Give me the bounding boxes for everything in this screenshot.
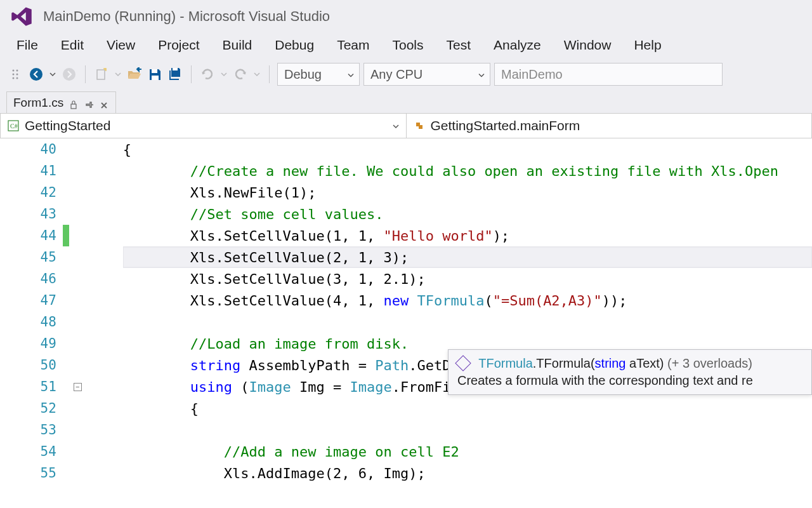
lock-icon: [70, 98, 79, 107]
svg-text:C#: C#: [10, 123, 18, 130]
scope-dropdown[interactable]: C# GettingStarted: [0, 114, 407, 138]
pin-icon[interactable]: [85, 98, 94, 107]
menu-edit[interactable]: Edit: [49, 34, 95, 57]
svg-point-1: [16, 70, 18, 72]
document-tab[interactable]: Form1.cs: [6, 91, 116, 113]
menu-file[interactable]: File: [5, 34, 49, 57]
toolbar-separator: [269, 65, 270, 83]
intellisense-tooltip: TFormula.TFormula(string aText) (+ 3 ove…: [448, 349, 812, 395]
line-number: 54: [41, 444, 56, 459]
menu-project[interactable]: Project: [147, 34, 211, 57]
tooltip-description: Creates a formula with the corresponding…: [457, 373, 802, 388]
chevron-down-icon[interactable]: [252, 66, 261, 83]
platform-dropdown[interactable]: Any CPU: [363, 63, 490, 86]
startup-project-dropdown[interactable]: MainDemo: [494, 63, 723, 86]
line-number: 42: [41, 185, 56, 200]
method-icon: [455, 355, 471, 371]
svg-point-4: [13, 77, 15, 79]
open-file-button[interactable]: [126, 66, 143, 83]
menu-window[interactable]: Window: [553, 34, 623, 57]
line-number: 41: [41, 163, 56, 178]
line-number: 43: [41, 206, 56, 222]
chevron-down-icon: [348, 67, 354, 82]
toolbar-separator: [85, 65, 86, 83]
config-dropdown[interactable]: Debug: [277, 63, 360, 86]
nav-forward-button: [61, 66, 77, 83]
line-number: 40: [41, 142, 56, 157]
document-tab-row: Form1.cs: [0, 91, 812, 113]
menu-analyze[interactable]: Analyze: [482, 34, 553, 57]
code-nav-bar: C# GettingStarted GettingStarted.mainFor…: [0, 113, 812, 138]
tooltip-type: TFormula: [478, 356, 533, 370]
menu-team[interactable]: Team: [325, 34, 381, 57]
svg-point-9: [104, 68, 107, 70]
line-number: 44: [41, 228, 56, 243]
outline-collapse-toggle[interactable]: −: [74, 383, 82, 391]
menu-view[interactable]: View: [95, 34, 147, 57]
nav-back-button[interactable]: [28, 66, 44, 83]
line-number: 50: [41, 358, 56, 373]
svg-point-5: [16, 77, 18, 79]
svg-rect-11: [152, 76, 159, 80]
chevron-down-icon: [392, 118, 400, 133]
svg-point-3: [16, 74, 18, 76]
line-number: 48: [41, 314, 56, 330]
close-icon[interactable]: [100, 98, 109, 107]
modification-indicator: [63, 225, 69, 246]
code-text-area[interactable]: { //Create a new file. We could also ope…: [91, 138, 812, 508]
titlebar: MainDemo (Running) - Microsoft Visual St…: [0, 0, 812, 33]
menu-tools[interactable]: Tools: [381, 34, 435, 57]
redo-button[interactable]: [232, 66, 249, 83]
tab-filename: Form1.cs: [13, 96, 63, 110]
line-number: 52: [41, 401, 56, 416]
svg-rect-8: [97, 70, 105, 79]
svg-rect-13: [71, 104, 76, 109]
platform-value: Any CPU: [370, 67, 422, 82]
scope-value: GettingStarted: [25, 118, 110, 133]
toolbar: Debug Any CPU MainDemo: [0, 57, 812, 91]
svg-rect-12: [173, 68, 178, 70]
chevron-down-icon: [478, 67, 485, 82]
line-number: 51: [41, 379, 56, 394]
current-line: Xls.SetCellValue(2, 1, 3);: [123, 246, 812, 268]
svg-point-0: [13, 70, 15, 72]
line-number: 47: [41, 293, 56, 308]
grip-icon: [8, 66, 24, 83]
class-icon: [413, 119, 426, 132]
new-file-button[interactable]: [93, 66, 110, 83]
chevron-down-icon[interactable]: [219, 66, 228, 83]
chevron-down-icon[interactable]: [114, 66, 122, 83]
chevron-down-icon[interactable]: [48, 66, 57, 83]
svg-point-7: [63, 68, 75, 81]
menu-debug[interactable]: Debug: [263, 34, 325, 57]
menubar: File Edit View Project Build Debug Team …: [0, 33, 812, 57]
line-number: 46: [41, 271, 56, 286]
svg-point-6: [30, 68, 43, 81]
line-number: 55: [41, 465, 56, 481]
svg-point-2: [13, 74, 15, 76]
member-dropdown[interactable]: GettingStarted.mainForm: [407, 114, 813, 138]
undo-button[interactable]: [199, 66, 216, 83]
line-number: 49: [41, 336, 56, 351]
menu-test[interactable]: Test: [435, 34, 483, 57]
svg-rect-10: [152, 69, 157, 73]
menu-build[interactable]: Build: [211, 34, 264, 57]
vs-logo-icon: [10, 5, 33, 28]
toolbar-separator: [191, 65, 192, 83]
line-number: 45: [41, 250, 56, 265]
menu-help[interactable]: Help: [622, 34, 672, 57]
window-title: MainDemo (Running) - Microsoft Visual St…: [43, 8, 330, 25]
csharp-file-icon: C#: [7, 119, 20, 132]
member-value: GettingStarted.mainForm: [431, 118, 580, 133]
code-editor[interactable]: 40 41 42 43 44 45 46 47 48 49 50 51 52 5…: [0, 138, 812, 508]
save-all-button[interactable]: [167, 66, 183, 83]
line-number-gutter: 40 41 42 43 44 45 46 47 48 49 50 51 52 5…: [0, 138, 69, 508]
config-value: Debug: [284, 67, 322, 82]
startup-value: MainDemo: [501, 67, 563, 82]
line-number: 53: [41, 422, 56, 438]
save-button[interactable]: [147, 66, 163, 83]
